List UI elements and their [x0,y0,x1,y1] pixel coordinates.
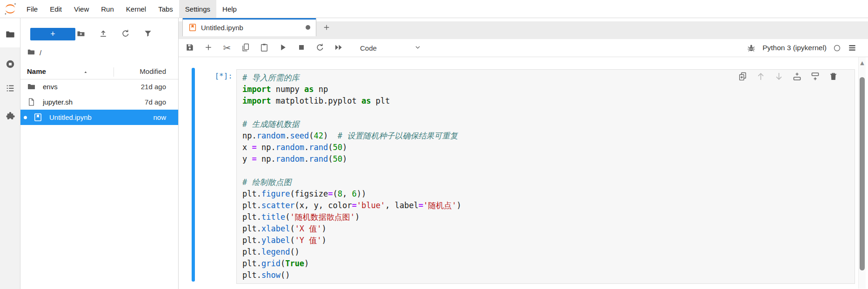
sidebar-tab-extension-manager[interactable] [0,106,20,128]
refresh-button[interactable] [120,28,131,39]
move-up-cell-button[interactable] [755,72,766,82]
cell-type-select[interactable]: Code [360,41,421,54]
file-row-envs[interactable]: envs21d ago [20,79,178,94]
save-button[interactable] [184,42,195,53]
duplicate-cell-button[interactable] [737,72,748,82]
copy-button[interactable] [240,42,251,53]
new-launcher-button[interactable]: + [30,28,75,40]
code-line: plt.figure(figsize=(8, 6)) [242,188,748,200]
toc-icon [5,83,15,95]
activity-sidebar [0,18,20,289]
file-list-header: Name Modified [20,66,178,79]
cell-toolbar [729,72,838,82]
chevron-down-icon [414,44,421,53]
menu-kernel[interactable]: Kernel [120,0,152,18]
scrollbar-thumb[interactable] [860,77,865,270]
cut-button[interactable]: ✂ [221,42,233,53]
column-header-modified[interactable]: Modified [140,67,166,75]
folder-tab-icon [5,29,15,41]
sort-caret-up-icon[interactable] [83,69,88,74]
notebook-content: [*]: # 导入所需的库import numpy as npimport ma… [179,57,868,289]
code-line: import matplotlib.pyplot as plt [242,95,748,107]
insert-above-cell-button[interactable] [792,72,802,82]
menu-tabs[interactable]: Tabs [152,0,179,18]
notebook-toolbar-left: ✂ [184,42,352,53]
code-line: plt.legend() [242,246,748,258]
new-folder-button[interactable] [75,28,87,39]
add-cell-button[interactable] [203,42,214,53]
tab-untitled-ipynb[interactable]: Untitled.ipynb [182,18,316,36]
code-line: plt.ylabel('Y 值') [242,235,748,246]
kernel-name[interactable]: Python 3 (ipykernel) [762,44,827,52]
move-up-icon [756,72,766,83]
column-header-name[interactable]: Name [27,67,46,75]
bug-icon[interactable] [747,43,756,53]
insert-below-cell-button[interactable] [810,72,820,82]
refresh-icon [121,29,130,39]
code-line: # 生成随机数据 [242,118,748,130]
code-line [242,165,748,177]
vertical-scrollbar[interactable]: ▲ [858,57,866,289]
folder-icon [27,82,36,91]
code-cell-editor[interactable]: # 导入所需的库import numpy as npimport matplot… [236,69,855,284]
cell-type-value: Code [360,44,377,52]
fast-forward-icon [334,43,343,53]
file-modified: now [153,113,166,121]
notebook-toolbar-right: Python 3 (ipykernel) [747,43,868,53]
code-line: x = np.random.rand(50) [242,142,748,153]
delete-cell-button[interactable] [828,72,838,82]
code-line: y = np.random.rand(50) [242,153,748,165]
delete-icon [828,72,838,83]
puzzle-icon [5,111,15,123]
paste-button[interactable] [259,42,270,53]
column-divider [114,67,114,77]
menu-settings[interactable]: Settings [179,0,216,18]
breadcrumb-root[interactable]: / [40,49,41,57]
menu-view[interactable]: View [68,0,95,18]
menu-items: FileEditViewRunKernelTabsSettingsHelp [20,0,243,18]
file-browser-toolbar: + [20,27,178,41]
restart-kernel-button[interactable] [314,42,326,53]
move-down-cell-button[interactable] [774,72,784,82]
breadcrumb[interactable]: / [27,47,41,58]
menu-file[interactable]: File [20,0,44,18]
file-row-Untitled.ipynb[interactable]: Untitled.ipynbnow [20,110,178,125]
hamburger-menu-icon[interactable] [848,43,857,53]
sidebar-tab-file-browser[interactable] [0,25,20,46]
upload-button[interactable] [98,28,109,39]
main-dock-panel: Untitled.ipynb ✂ Code Python 3 (ipykerne [179,18,868,289]
sidebar-tab-table-of-contents[interactable] [0,79,20,100]
file-list: envs21d agojupyter.sh7d agoUntitled.ipyn… [20,79,178,125]
copy-icon [241,43,250,53]
file-name: envs [43,83,141,91]
file-modified: 21d ago [141,83,166,91]
menu-help[interactable]: Help [216,0,243,18]
folder-icon [27,48,40,58]
menu-edit[interactable]: Edit [44,0,68,18]
file-browser-toolbar-icons [75,28,154,39]
menu-run[interactable]: Run [95,0,120,18]
filter-icon [143,29,153,39]
fast-forward-button[interactable] [333,42,344,53]
scrollbar-up-arrow[interactable]: ▲ [859,60,866,66]
code-line: plt.show() [242,269,748,281]
stop-button[interactable] [296,42,307,53]
notebook-icon [188,23,197,32]
cell-collapser[interactable] [192,68,195,282]
filter-button[interactable] [142,28,154,39]
new-tab-button[interactable] [319,20,334,34]
duplicate-icon [738,72,748,83]
code-line: import numpy as np [242,84,748,95]
file-modified: 7d ago [145,98,166,106]
sidebar-tab-running-terminals-kernels[interactable] [0,54,20,76]
code-line [242,107,748,118]
kernel-status-icon[interactable] [833,44,841,52]
file-name: Untitled.ipynb [49,113,153,121]
run-button[interactable] [277,42,288,53]
file-row-jupyter.sh[interactable]: jupyter.sh7d ago [20,94,178,110]
stop-icon [297,43,306,53]
code-text: # 导入所需的库import numpy as npimport matplot… [242,72,748,281]
tab-dirty-dot[interactable] [306,25,310,30]
upload-icon [99,29,108,39]
file-icon [27,98,36,106]
